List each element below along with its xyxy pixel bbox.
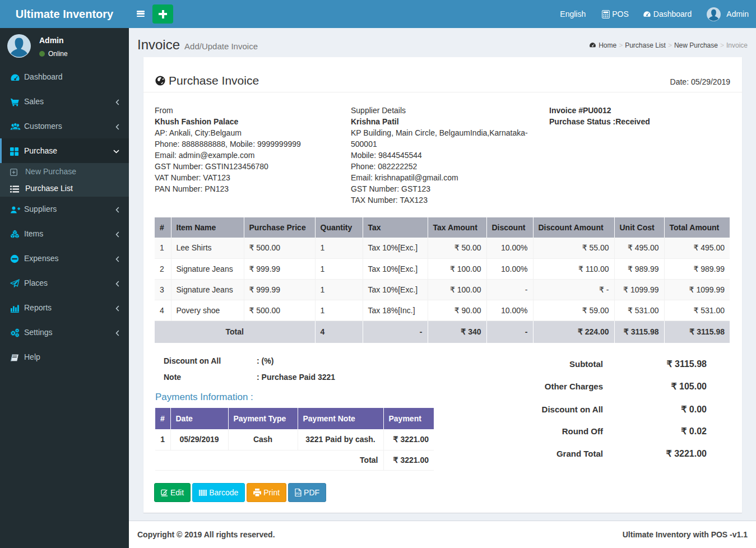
svg-text:PDF: PDF <box>296 492 302 495</box>
